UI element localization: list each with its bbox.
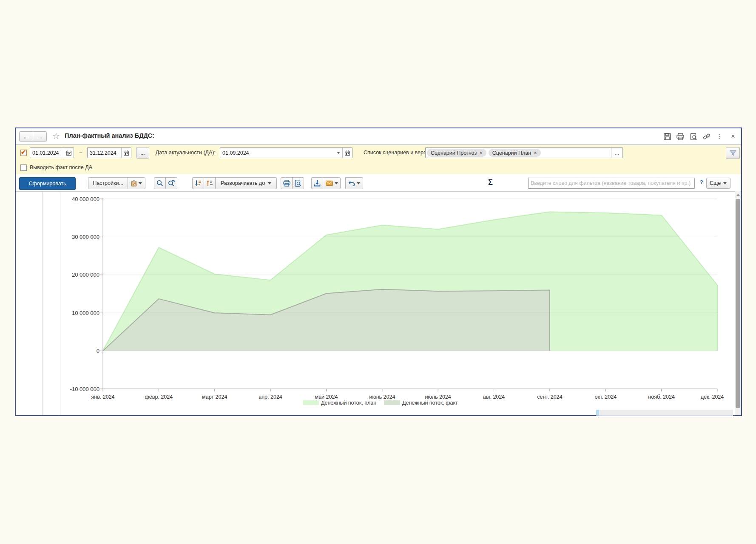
funnel-icon [730,150,736,156]
svg-text:март 2024: март 2024 [202,394,227,400]
calendar-icon[interactable] [121,148,131,158]
print-icon[interactable] [676,133,684,140]
save-icon[interactable] [663,133,671,140]
autosum-toggle[interactable]: Σ [488,178,493,187]
fact-after-label: Выводить факт после ДА [30,162,92,173]
more-button-label: Еще [710,180,721,186]
scenario-tag[interactable]: Сценарий План × [489,149,541,157]
chevron-down-icon [723,182,727,184]
undo-icon [348,181,355,186]
remove-tag-icon[interactable]: × [534,150,537,156]
svg-text:июль 2024: июль 2024 [425,394,451,400]
email-button[interactable] [323,177,341,189]
vertical-scrollbar[interactable] [735,191,741,415]
favorite-star-icon[interactable]: ☆ [52,131,60,141]
settings-button[interactable]: Настройки... [88,177,128,189]
date-to-field[interactable] [87,147,131,158]
chevron-down-icon [139,182,142,184]
save-file-button[interactable] [311,177,323,189]
quick-filter-field[interactable] [528,178,695,189]
period-dash: – [76,147,86,158]
expand-to-label: Разворачивать до [221,180,265,186]
calendar-icon[interactable] [64,148,74,158]
period-more-button[interactable]: ... [136,147,149,159]
download-icon [314,180,321,187]
forward-button[interactable]: → [33,131,47,142]
chevron-down-icon [335,182,338,184]
scenario-tag-label: Сценарий Прогноз [431,150,477,156]
page-title: План-фактный анализ БДДС: [65,132,154,139]
svg-text:янв. 2024: янв. 2024 [91,394,114,400]
svg-text:40 000 000: 40 000 000 [72,196,99,202]
print-preview-button[interactable] [292,177,304,189]
quick-filter-input[interactable] [529,178,694,188]
legend-label-1: Денежный поток, факт [402,400,458,406]
chevron-down-icon [357,182,360,184]
search-cancel-button[interactable] [165,177,177,189]
fact-after-checkbox[interactable] [20,164,27,171]
scroll-up-icon[interactable] [736,194,740,196]
check-icon: ✔ [21,148,26,156]
report-variant-button[interactable] [128,177,145,189]
svg-text:нояб. 2024: нояб. 2024 [648,394,675,400]
sort-descending-icon [195,180,202,187]
scenarios-field[interactable]: Сценарий Прогноз × Сценарий План × ... [425,147,623,158]
toolbar: Сформировать Настройки... Р [16,174,741,191]
more-button[interactable]: Еще [706,178,730,189]
date-from-input[interactable] [30,148,64,158]
titlebar: ← → ☆ План-фактный анализ БДДС: ⋮ × [16,128,741,144]
actuality-input[interactable] [220,148,335,158]
printer-icon [283,180,290,187]
search-button[interactable] [154,177,166,189]
expand-to-button[interactable]: Разворачивать до [215,177,277,189]
date-to-input[interactable] [88,148,121,158]
remove-tag-icon[interactable]: × [479,150,483,156]
vertical-scrollbar-thumb[interactable] [736,199,740,408]
svg-text:сент. 2024: сент. 2024 [537,394,562,400]
svg-text:июнь 2024: июнь 2024 [369,394,395,400]
clipboard-icon [131,180,137,187]
print-preview-icon[interactable] [690,133,697,140]
preview-icon [295,180,301,187]
sheet-column-divider [42,191,43,415]
print-button[interactable] [281,177,293,189]
svg-text:апр. 2024: апр. 2024 [259,394,282,400]
search-next-icon [168,180,175,187]
help-link[interactable]: ? [700,179,703,185]
undo-button[interactable] [345,177,363,189]
envelope-icon [326,181,333,186]
sort-ascending-icon [206,180,213,187]
horizontal-scrollbar[interactable] [596,410,733,416]
period-checkbox[interactable]: ✔ [20,150,27,156]
chevron-down-icon[interactable] [335,148,342,158]
chevron-down-icon [268,182,271,184]
report-window: ← → ☆ План-фактный анализ БДДС: ⋮ × ✔ [15,128,742,416]
filter-funnel-button[interactable] [726,147,740,159]
more-vertical-icon[interactable]: ⋮ [716,133,724,140]
svg-text:авг. 2024: авг. 2024 [483,394,505,400]
actuality-label: Дата актуальности (ДА): [151,147,216,158]
scenarios-more-button[interactable]: ... [611,148,622,158]
svg-text:-10 000 000: -10 000 000 [70,386,99,392]
legend-label-0: Денежный поток, план [321,400,376,406]
expand-rows-button[interactable] [204,177,216,189]
nav-buttons: ← → [19,131,47,142]
svg-text:0: 0 [97,348,99,354]
scenario-tag[interactable]: Сценарий Прогноз × [427,149,486,157]
collapse-rows-button[interactable] [192,177,204,189]
calendar-icon[interactable] [342,148,352,158]
back-arrow-icon: ← [23,133,29,140]
back-button[interactable]: ← [19,131,33,142]
link-icon[interactable] [703,133,711,140]
horizontal-scrollbar-thumb[interactable] [596,410,599,416]
close-icon[interactable]: × [729,133,737,140]
svg-text:окт. 2024: окт. 2024 [594,394,617,400]
legend-swatch-1 [384,400,400,405]
svg-text:дек. 2024: дек. 2024 [701,394,724,400]
date-from-field[interactable] [30,147,74,158]
actuality-field[interactable] [220,147,352,158]
scenario-tag-label: Сценарий План [492,150,531,156]
generate-button[interactable]: Сформировать [19,177,76,190]
search-icon [156,180,163,187]
svg-text:20 000 000: 20 000 000 [72,272,99,278]
